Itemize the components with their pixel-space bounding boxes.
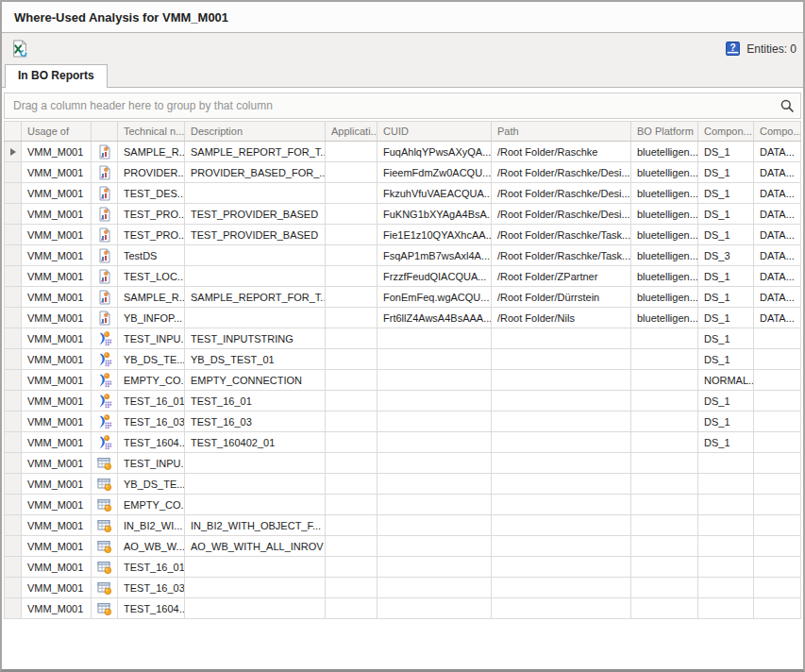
cell-technical-name: TEST_PRO...: [118, 225, 185, 245]
table-row[interactable]: VMM_M001AO_WB_W...AO_WB_WITH_ALL_INROV: [5, 536, 801, 557]
cell-cuid: FrzzfFeudQIACQUA...: [377, 266, 492, 287]
table-row[interactable]: VMM_M001TEST_16_03: [5, 578, 801, 598]
column-header-indicator[interactable]: [5, 122, 22, 142]
table-row[interactable]: VMM_M001TEST_PRO...TEST_PROVIDER_BASEDFu…: [5, 204, 801, 225]
connection-icon: [97, 414, 112, 429]
cell-object-type: [92, 453, 118, 474]
window-title: Where-Used Analysis for VMM_M001: [14, 10, 228, 25]
cell-application: [326, 557, 377, 578]
cell-usage-of: VMM_M001: [22, 349, 92, 370]
cell-component-1: DS_1: [698, 391, 754, 412]
cell-cuid: [377, 412, 492, 432]
cell-component-1: DS_1: [698, 162, 754, 183]
column-header-component-1[interactable]: Compon...: [698, 122, 754, 142]
cell-technical-name: TEST_16_01: [118, 557, 185, 578]
table-row[interactable]: VMM_M001TestDSFsqAP1mB7wsAxl4A.../Root F…: [5, 245, 801, 266]
cell-component-1: DS_1: [698, 328, 754, 349]
webi-report-icon: [97, 165, 112, 180]
column-header-application[interactable]: Applicati...: [326, 122, 377, 142]
cell-bo-platform: [631, 349, 698, 370]
connection-icon: [97, 435, 112, 450]
cell-usage-of: VMM_M001: [22, 370, 92, 391]
table-row[interactable]: VMM_M001EMPTY_CO...EMPTY_CONNECTIONNORMA…: [5, 370, 801, 391]
cell-component-2: DATA...: [754, 266, 801, 287]
column-header-component-2[interactable]: Compo...: [754, 122, 801, 142]
cell-bo-platform: [631, 370, 698, 391]
column-header-usage-of[interactable]: Usage of: [22, 122, 92, 142]
help-book-icon[interactable]: [725, 41, 741, 57]
table-row[interactable]: VMM_M001TEST_DES...FkzuhVfuVAEACQUA.../R…: [5, 183, 801, 204]
cell-description: SAMPLE_REPORT_FOR_T...: [185, 142, 326, 162]
cell-application: [326, 349, 377, 370]
cell-application: [326, 225, 377, 245]
column-header-path[interactable]: Path: [492, 122, 631, 142]
table-row[interactable]: VMM_M001EMPTY_CO...: [5, 495, 801, 515]
row-indicator-cell: [5, 328, 22, 349]
cell-component-1: NORMAL...: [698, 370, 754, 391]
table-row[interactable]: VMM_M001TEST_PRO...TEST_PROVIDER_BASEDFi…: [5, 225, 801, 245]
cell-description: [185, 557, 326, 578]
table-row[interactable]: VMM_M001TEST_INPU...: [5, 453, 801, 474]
table-row[interactable]: VMM_M001TEST_1604...TEST_160402_01DS_1: [5, 432, 801, 453]
cell-bo-platform: bluetelligen...: [631, 245, 698, 266]
row-indicator-cell: [5, 245, 22, 266]
table-row[interactable]: VMM_M001TEST_1604...: [5, 598, 801, 619]
table-row[interactable]: VMM_M001PROVIDER...PROVIDER_BASED_FOR_..…: [5, 162, 801, 183]
cell-component-1: [698, 453, 754, 474]
column-header-technical-name[interactable]: Technical n...: [118, 122, 185, 142]
table-row[interactable]: VMM_M001TEST_LOC...FrzzfFeudQIACQUA.../R…: [5, 266, 801, 287]
column-header-description[interactable]: Description: [185, 122, 326, 142]
cell-bo-platform: bluetelligen...: [631, 204, 698, 225]
column-header-bo-platform[interactable]: BO Platform: [631, 122, 698, 142]
cell-cuid: [377, 598, 492, 619]
row-indicator-cell: [5, 557, 22, 578]
cell-application: [326, 183, 377, 204]
cell-bo-platform: [631, 495, 698, 515]
row-indicator-cell: [5, 412, 22, 432]
table-row[interactable]: VMM_M001YB_DS_TE...: [5, 474, 801, 495]
tab-in-bo-reports[interactable]: In BO Reports: [5, 64, 108, 88]
table-icon: [97, 518, 112, 533]
cell-technical-name: SAMPLE_R...: [118, 287, 185, 308]
table-row[interactable]: VMM_M001TEST_INPU...TEST_INPUTSTRINGDS_1: [5, 328, 801, 349]
table-row[interactable]: VMM_M001SAMPLE_R...SAMPLE_REPORT_FOR_T..…: [5, 287, 801, 308]
table-row[interactable]: VMM_M001IN_BI2_WI...IN_BI2_WITH_OBJECT_F…: [5, 515, 801, 536]
cell-application: [326, 474, 377, 495]
cell-bo-platform: [631, 474, 698, 495]
entities-count-label: Entities: 0: [746, 42, 797, 56]
cell-component-1: DS_1: [698, 225, 754, 245]
cell-component-1: DS_1: [698, 142, 754, 162]
cell-object-type: [92, 328, 118, 349]
cell-component-2: [754, 578, 801, 598]
table-row[interactable]: VMM_M001TEST_16_03TEST_16_03DS_1: [5, 412, 801, 432]
cell-usage-of: VMM_M001: [22, 474, 92, 495]
column-header-type-icon[interactable]: [92, 122, 118, 142]
row-indicator-cell: [5, 474, 22, 495]
cell-technical-name: TEST_1604...: [118, 432, 185, 453]
cell-description: [185, 245, 326, 266]
cell-bo-platform: bluetelligen...: [631, 183, 698, 204]
magnifier-icon[interactable]: [780, 98, 795, 113]
cell-component-2: [754, 598, 801, 619]
table-row[interactable]: VMM_M001YB_DS_TE...YB_DS_TEST_01DS_1: [5, 349, 801, 370]
export-to-excel-button[interactable]: [8, 38, 30, 60]
cell-technical-name: YB_DS_TE...: [118, 474, 185, 495]
cell-bo-platform: [631, 536, 698, 557]
table-row[interactable]: VMM_M001TEST_16_01: [5, 557, 801, 578]
cell-component-2: DATA...: [754, 204, 801, 225]
row-indicator-cell: [5, 370, 22, 391]
cell-path: /Root Folder/Raschke/Desi...: [492, 162, 631, 183]
table-row[interactable]: VMM_M001SAMPLE_R...SAMPLE_REPORT_FOR_T..…: [5, 142, 801, 162]
table-row[interactable]: VMM_M001TEST_16_01TEST_16_01DS_1: [5, 391, 801, 412]
cell-usage-of: VMM_M001: [22, 536, 92, 557]
cell-application: [326, 245, 377, 266]
cell-object-type: [92, 578, 118, 598]
table-row[interactable]: VMM_M001YB_INFOP...Frt6llZ4AwsA4BsAAA...…: [5, 308, 801, 328]
cell-object-type: [92, 536, 118, 557]
cell-technical-name: AO_WB_W...: [118, 536, 185, 557]
cell-component-1: [698, 598, 754, 619]
cell-object-type: [92, 474, 118, 495]
cell-cuid: FonEmFeq.wgACQU...: [377, 287, 492, 308]
group-by-panel[interactable]: Drag a column header here to group by th…: [4, 92, 801, 119]
column-header-cuid[interactable]: CUID: [377, 122, 492, 142]
